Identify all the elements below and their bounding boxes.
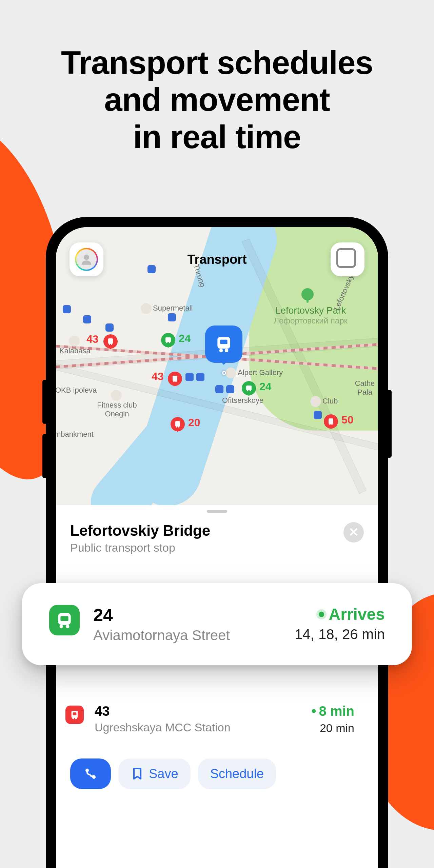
phone-screen: Lefortovsky Park Лефортовский парк Super… <box>56 227 378 868</box>
power-button <box>388 390 392 458</box>
vehicle-marker-tram-50[interactable] <box>324 414 338 429</box>
route-item-43[interactable]: 43 Ugreshskaya MCC Station •8 min 20 min <box>56 690 378 748</box>
svg-rect-0 <box>108 338 113 344</box>
save-label: Save <box>149 767 178 781</box>
live-dot-icon <box>319 612 324 617</box>
svg-rect-24 <box>73 712 77 715</box>
stop-icon[interactable] <box>196 373 204 381</box>
route-destination: Ugreshskaya MCC Station <box>95 721 301 734</box>
map-header: Transport <box>56 242 378 276</box>
volume-up-button <box>42 380 46 424</box>
svg-point-5 <box>169 342 170 343</box>
svg-rect-9 <box>246 386 252 390</box>
stop-icon[interactable] <box>215 385 223 393</box>
route-icon <box>84 767 97 781</box>
phone-frame: Lefortovsky Park Лефортовский парк Super… <box>46 217 388 868</box>
svg-point-11 <box>250 390 251 391</box>
svg-rect-3 <box>165 337 171 342</box>
svg-point-32 <box>66 625 69 628</box>
drag-handle[interactable] <box>207 510 227 513</box>
bus-icon <box>49 605 80 635</box>
stop-icon[interactable] <box>226 385 234 393</box>
stop-icon[interactable] <box>105 323 114 332</box>
svg-point-31 <box>60 625 63 628</box>
route-next-time: 8 min <box>319 704 354 718</box>
route-number: 24 <box>93 605 281 625</box>
vehicle-marker-bus-24[interactable] <box>161 333 175 347</box>
close-icon: ✕ <box>349 525 359 539</box>
svg-rect-21 <box>220 340 227 344</box>
heading-line-1: Transport schedules <box>0 44 434 81</box>
stop-icon[interactable] <box>185 373 194 381</box>
svg-point-10 <box>247 390 248 391</box>
avatar-icon <box>76 249 97 270</box>
svg-point-13 <box>176 426 177 428</box>
stop-icon[interactable] <box>314 411 322 419</box>
poi-ofitserskoye: Ofitserskoye <box>222 396 263 405</box>
vehicle-label: 24 <box>179 332 191 345</box>
volume-down-button <box>42 434 46 478</box>
save-button[interactable]: Save <box>118 758 191 789</box>
heading-line-2: and movement <box>0 81 434 118</box>
bookmark-icon <box>131 767 144 781</box>
promo-heading: Transport schedules and movement in real… <box>0 44 434 155</box>
svg-point-7 <box>173 381 175 382</box>
svg-point-22 <box>84 255 89 260</box>
stop-subtitle: Public transport stop <box>70 541 210 554</box>
stop-header: Lefortovskiy Bridge Public transport sto… <box>56 505 378 561</box>
map-view[interactable]: Lefortovsky Park Лефортовский парк Super… <box>56 227 378 505</box>
route-later-time: 20 min <box>312 722 355 735</box>
route-times: •8 min 20 min <box>312 704 355 735</box>
svg-point-19 <box>219 349 223 352</box>
vehicle-label: 43 <box>152 370 164 383</box>
selected-stop-marker[interactable] <box>205 326 242 363</box>
svg-rect-15 <box>329 418 333 424</box>
stop-icon[interactable] <box>83 315 91 323</box>
vehicle-marker-bus-24b[interactable] <box>242 381 256 395</box>
vehicle-marker-tram-20[interactable] <box>171 417 185 431</box>
svg-rect-30 <box>60 616 68 621</box>
avatar-ring <box>75 248 98 271</box>
layers-icon <box>339 251 356 268</box>
layers-button[interactable] <box>331 242 364 276</box>
stop-icon[interactable] <box>63 305 71 313</box>
svg-point-20 <box>225 349 229 352</box>
poi-club: Club <box>310 396 338 407</box>
vehicle-label: 20 <box>188 416 200 429</box>
route-times: Arrives 14, 18, 26 min <box>295 605 385 643</box>
tram-stop-icon <box>213 333 235 355</box>
arrives-label: Arrives <box>329 605 385 624</box>
profile-button[interactable] <box>70 242 103 276</box>
stop-title: Lefortovskiy Bridge <box>70 522 210 539</box>
svg-point-1 <box>109 343 110 345</box>
route-number: 43 <box>95 704 301 719</box>
close-button[interactable]: ✕ <box>343 522 364 542</box>
svg-point-4 <box>166 342 167 343</box>
vehicle-label: 24 <box>259 380 272 393</box>
poi-embankment: mbankment <box>56 430 94 439</box>
svg-point-2 <box>111 343 112 345</box>
heading-line-3: in real time <box>0 118 434 155</box>
vehicle-label: 50 <box>341 414 354 426</box>
user-location-dot <box>222 371 226 375</box>
svg-rect-6 <box>173 376 177 381</box>
stop-icon[interactable] <box>168 313 176 321</box>
park-tree-icon <box>301 288 314 300</box>
vehicle-marker-tram-43b[interactable] <box>168 372 182 386</box>
bottom-sheet: Lefortovskiy Bridge Public transport sto… <box>56 505 378 868</box>
schedule-button[interactable]: Schedule <box>198 758 276 789</box>
vehicle-marker-tram-43[interactable] <box>103 334 118 349</box>
map-title: Transport <box>187 252 246 267</box>
poi-fitness: Fitness club Onegin <box>93 390 141 418</box>
poi-okb: OKB ipoleva <box>56 386 97 395</box>
svg-rect-12 <box>175 421 180 427</box>
route-button[interactable] <box>70 758 111 789</box>
schedule-label: Schedule <box>210 767 264 781</box>
route-destination: Aviamotornaya Street <box>93 627 281 644</box>
route-arrival-times: 14, 18, 26 min <box>295 626 385 643</box>
svg-point-16 <box>329 423 331 425</box>
actions-row: Save Schedule <box>56 748 378 799</box>
tram-icon <box>65 706 84 724</box>
park-name-ru: Лефортовский парк <box>274 316 348 326</box>
highlighted-route-card[interactable]: 24 Aviamotornaya Street Arrives 14, 18, … <box>22 583 412 665</box>
